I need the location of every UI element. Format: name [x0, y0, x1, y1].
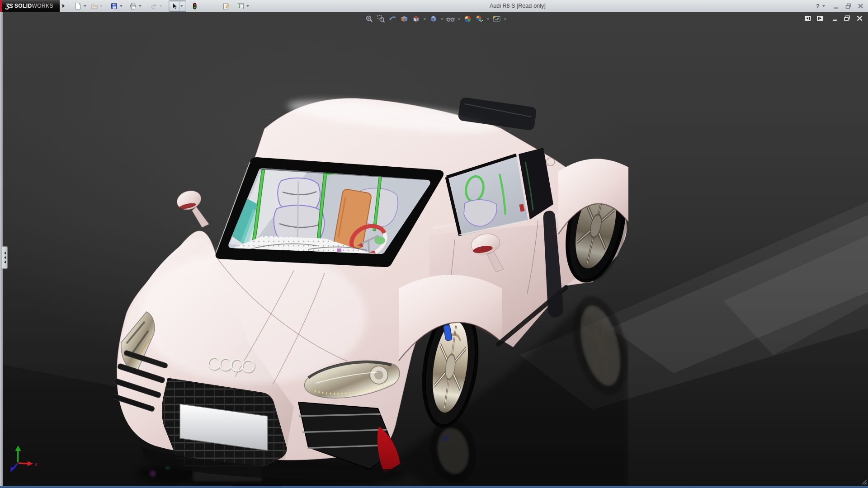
- close-document-button[interactable]: [855, 14, 863, 22]
- collapse-arrow-icon: [4, 256, 6, 259]
- view-orientation-dropdown[interactable]: [423, 14, 427, 24]
- show-right-pane-button[interactable]: [816, 14, 824, 22]
- select-cursor-button[interactable]: [169, 1, 179, 11]
- restore-icon: [845, 3, 852, 9]
- select-cursor-dropdown[interactable]: [179, 1, 184, 11]
- hide-show-items-button[interactable]: [445, 14, 456, 24]
- window-bottom-border: [0, 486, 868, 488]
- save-button[interactable]: [109, 1, 119, 11]
- view-orientation-icon: [411, 14, 420, 23]
- close-icon: [857, 3, 864, 9]
- x-axis-label: x: [34, 461, 38, 467]
- undo-icon: [150, 2, 158, 10]
- menu-expand-icon[interactable]: [62, 4, 65, 8]
- show-right-pane-icon: [816, 15, 824, 22]
- traffic-light-button[interactable]: [189, 1, 199, 11]
- open-dropdown[interactable]: [99, 1, 104, 11]
- minimize-icon: [833, 3, 840, 9]
- x-axis-arrow: [28, 461, 33, 466]
- titlebar-controls: ?: [816, 0, 864, 12]
- new-document-icon: [74, 2, 82, 10]
- restore-document-button[interactable]: [843, 14, 851, 22]
- undo-button[interactable]: [149, 1, 159, 11]
- print-dropdown[interactable]: [138, 1, 142, 11]
- hide-show-items-dropdown[interactable]: [457, 14, 461, 24]
- new-document-button[interactable]: [73, 1, 83, 11]
- restore-button[interactable]: [844, 2, 852, 10]
- previous-view-button[interactable]: [387, 14, 398, 24]
- view-settings-dropdown[interactable]: [503, 14, 507, 24]
- edit-appearance-icon: [463, 14, 472, 23]
- select-tool-group: [169, 0, 186, 12]
- zoom-to-fit-icon: [364, 14, 373, 23]
- show-left-pane-button[interactable]: [804, 14, 812, 22]
- options-checklist-icon: [237, 2, 245, 10]
- display-style-button[interactable]: [428, 14, 439, 24]
- titlebar: ƷS SOLIDWORKS: [0, 0, 868, 12]
- view-orientation-button[interactable]: [411, 14, 421, 24]
- minimize-document-icon: [832, 15, 839, 22]
- solidworks-logo-text-light: WORKS: [32, 3, 53, 9]
- save-floppy-icon: [110, 2, 118, 10]
- undo-dropdown[interactable]: [159, 1, 163, 11]
- minimize-document-button[interactable]: [831, 14, 839, 22]
- edit-appearance-button[interactable]: [462, 14, 473, 24]
- interior-seat: [274, 178, 325, 246]
- traffic-light-icon: [191, 2, 198, 10]
- zoom-to-fit-button[interactable]: [364, 14, 374, 24]
- feature-manager-collapsed-tab[interactable]: [2, 246, 8, 269]
- open-button[interactable]: [89, 1, 99, 11]
- document-window-controls: [804, 14, 863, 22]
- options-dropdown[interactable]: [245, 1, 250, 11]
- restore-document-icon: [844, 15, 851, 22]
- view-settings-button[interactable]: [491, 14, 502, 24]
- solidworks-logo: ƷS SOLIDWORKS: [0, 0, 60, 12]
- new-document-dropdown[interactable]: [83, 1, 87, 11]
- apply-scene-button[interactable]: [474, 14, 485, 24]
- select-cursor-icon: [170, 2, 178, 10]
- zoom-to-area-icon: [376, 14, 385, 23]
- zoom-to-area-button[interactable]: [376, 14, 386, 24]
- close-document-icon: [856, 15, 863, 22]
- save-dropdown[interactable]: [119, 1, 123, 11]
- section-view-icon: [400, 14, 409, 23]
- y-axis-arrow: [15, 446, 21, 451]
- show-left-pane-icon: [804, 15, 811, 22]
- solidworks-logo-glyph: ƷS: [5, 2, 13, 9]
- file-properties-icon: [222, 2, 230, 10]
- graphics-area[interactable]: x *Dimetric: [0, 12, 868, 488]
- collapse-arrow-icon: [4, 261, 6, 263]
- view-settings-icon: [492, 14, 501, 23]
- solidworks-window: ƷS SOLIDWORKS: [0, 0, 868, 488]
- open-folder-icon: [90, 2, 98, 10]
- print-button[interactable]: [128, 1, 138, 11]
- print-icon: [129, 2, 137, 10]
- file-properties-button[interactable]: [221, 1, 231, 11]
- help-dropdown[interactable]: [821, 1, 826, 11]
- display-style-icon: [429, 14, 438, 23]
- minimize-button[interactable]: [832, 2, 840, 10]
- previous-view-icon: [388, 14, 397, 23]
- collapse-arrow-icon: [4, 252, 6, 254]
- apply-scene-icon: [475, 14, 484, 23]
- close-button[interactable]: [856, 2, 864, 10]
- help-button[interactable]: ?: [816, 3, 820, 9]
- resize-grip[interactable]: [860, 478, 868, 485]
- model-audi-r8[interactable]: [113, 90, 628, 488]
- apply-scene-dropdown[interactable]: [486, 14, 490, 24]
- window-title: Audi R8 S [Read-only]: [490, 0, 546, 12]
- display-style-dropdown[interactable]: [440, 14, 444, 24]
- section-view-button[interactable]: [399, 14, 410, 24]
- reference-triad: x: [1, 445, 51, 485]
- left-mirror: [175, 188, 209, 227]
- solidworks-logo-text-bold: SOLID: [14, 3, 32, 9]
- headsup-view-toolbar: [364, 14, 507, 24]
- eyeglasses-icon: [446, 14, 455, 23]
- options-button[interactable]: [236, 1, 245, 11]
